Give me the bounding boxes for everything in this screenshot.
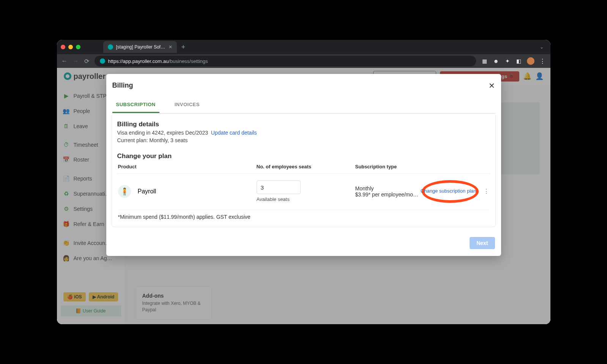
col-product: Product — [118, 164, 257, 169]
new-tab-button[interactable]: + — [181, 43, 186, 51]
seats-input[interactable] — [257, 180, 301, 194]
plan-table-header: Product No. of employees seats Subscript… — [117, 164, 490, 169]
tab-groups-icon[interactable]: ◧ — [516, 58, 522, 64]
profile-avatar-icon[interactable] — [527, 57, 534, 65]
url-text: https://app.payroller.com.au/business/se… — [108, 58, 208, 64]
extensions-puzzle-icon[interactable]: ✦ — [504, 58, 511, 64]
extension-qr-icon[interactable]: ▦ — [481, 58, 488, 64]
tab-invoices[interactable]: INVOICES — [171, 97, 203, 113]
reload-button[interactable]: ⟳ — [84, 58, 89, 65]
subscription-period: Monthly — [355, 185, 419, 191]
billing-card: Billing details Visa ending in 4242, exp… — [112, 113, 496, 227]
change-plan-title: Change your plan — [117, 152, 490, 160]
product-avatar-icon: 🧍 — [118, 185, 131, 198]
tab-strip: [staging] Payroller Software W… ✕ + ⌄ — [57, 40, 550, 54]
tab-title: [staging] Payroller Software W… — [116, 44, 166, 50]
billing-modal: Billing ✕ SUBSCRIPTION INVOICES Billing … — [106, 74, 501, 256]
site-favicon-icon — [100, 58, 105, 64]
plan-footnote: *Minimum spend ($11.99/month) applies. G… — [118, 210, 489, 220]
forward-button[interactable]: → — [73, 58, 79, 64]
maximize-window-icon[interactable] — [76, 45, 80, 49]
modal-title: Billing — [112, 82, 133, 89]
tab-subscription[interactable]: SUBSCRIPTION — [112, 97, 159, 113]
next-button[interactable]: Next — [470, 237, 495, 249]
product-name: Payroll — [138, 188, 156, 195]
col-type: Subscription type — [355, 164, 416, 169]
tab-close-icon[interactable]: ✕ — [169, 44, 172, 50]
billing-details-title: Billing details — [117, 121, 490, 128]
address-bar[interactable]: https://app.payroller.com.au/business/se… — [95, 56, 476, 66]
browser-menu-icon[interactable]: ⋮ — [539, 58, 546, 64]
seats-label: Available seats — [257, 196, 355, 202]
modal-tabs: SUBSCRIPTION INVOICES — [112, 97, 496, 113]
change-subscription-link[interactable]: Change subscription plan — [421, 188, 476, 195]
plan-row: 🧍 Payroll Available seats Monthly $3.99*… — [117, 173, 490, 207]
col-seats: No. of employees seats — [257, 164, 355, 169]
extension-icons: ▦ ☻ ✦ ◧ ⋮ — [481, 57, 546, 65]
browser-window: [staging] Payroller Software W… ✕ + ⌄ ← … — [57, 40, 550, 324]
url-bar: ← → ⟳ https://app.payroller.com.au/busin… — [57, 54, 550, 68]
minimize-window-icon[interactable] — [68, 45, 73, 49]
card-details-text: Visa ending in 4242, expires Dec/2023 — [117, 130, 208, 136]
tab-favicon-icon — [108, 44, 113, 50]
modal-close-button[interactable]: ✕ — [489, 82, 495, 89]
update-card-link[interactable]: Update card details — [211, 130, 257, 136]
row-menu-icon[interactable]: ⋮ — [483, 188, 489, 195]
subscription-price: $3.99* per employee/mo… — [355, 191, 419, 198]
window-controls — [61, 45, 80, 49]
back-button[interactable]: ← — [61, 58, 68, 64]
browser-tab[interactable]: [staging] Payroller Software W… ✕ — [103, 41, 177, 53]
tab-overflow-icon[interactable]: ⌄ — [537, 43, 547, 51]
current-plan-text: Current plan: Monthly, 3 seats — [117, 137, 490, 143]
extension-face-icon[interactable]: ☻ — [493, 58, 500, 64]
close-window-icon[interactable] — [61, 45, 65, 49]
modal-layer: Billing ✕ SUBSCRIPTION INVOICES Billing … — [57, 68, 550, 324]
